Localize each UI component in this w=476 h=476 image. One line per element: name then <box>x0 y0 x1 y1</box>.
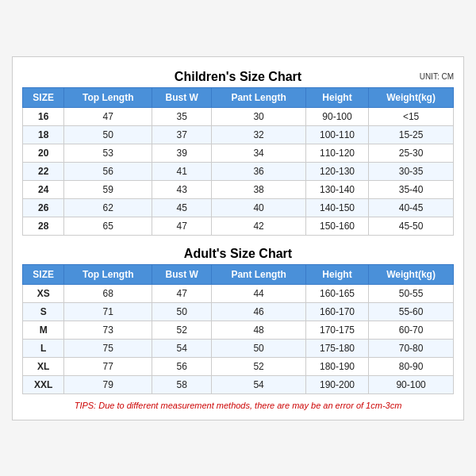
table-cell: 53 <box>64 144 152 162</box>
table-cell: 150-160 <box>305 217 368 235</box>
table-cell: 44 <box>212 284 306 302</box>
children-title-text: Children's Size Chart <box>175 70 301 83</box>
children-thead: SIZE Top Length Bust W Pant Length Heigh… <box>23 87 454 107</box>
table-cell: 30-35 <box>369 162 454 180</box>
table-cell: 120-130 <box>305 162 368 180</box>
col-header-size-a: SIZE <box>23 264 64 284</box>
table-cell: 38 <box>212 180 306 198</box>
table-cell: 47 <box>64 107 152 125</box>
table-cell: 18 <box>23 125 64 144</box>
children-table: SIZE Top Length Bust W Pant Length Heigh… <box>22 87 454 236</box>
table-cell: 140-150 <box>305 198 368 217</box>
table-cell: 65 <box>64 217 152 235</box>
table-row: 26624540140-15040-45 <box>23 198 454 217</box>
tips-text: TIPS: Due to different measurement metho… <box>22 401 454 410</box>
table-row: 22564136120-13030-35 <box>23 162 454 180</box>
table-cell: 55-60 <box>369 302 454 321</box>
adults-header-row: SIZE Top Length Bust W Pant Length Heigh… <box>23 264 454 284</box>
adults-title: Adult's Size Chart <box>22 242 454 264</box>
table-cell: 59 <box>64 180 152 198</box>
table-row: XXL795854190-20090-100 <box>23 375 454 393</box>
table-cell: 41 <box>152 162 212 180</box>
children-title: Children's Size Chart UNIT: CM <box>22 65 454 87</box>
table-cell: 60-70 <box>369 321 454 339</box>
table-cell: 40-45 <box>369 198 454 217</box>
table-cell: 22 <box>23 162 64 180</box>
table-cell: 26 <box>23 198 64 217</box>
table-cell: 71 <box>64 302 152 321</box>
table-row: S715046160-17055-60 <box>23 302 454 321</box>
col-header-size-c: SIZE <box>23 87 64 107</box>
table-cell: 52 <box>212 357 306 375</box>
table-cell: 100-110 <box>305 125 368 144</box>
col-header-weight-a: Weight(kg) <box>369 264 454 284</box>
table-cell: 20 <box>23 144 64 162</box>
table-cell: 48 <box>212 321 306 339</box>
table-row: 1647353090-100<15 <box>23 107 454 125</box>
col-header-weight-c: Weight(kg) <box>369 87 454 107</box>
col-header-toplength-c: Top Length <box>64 87 152 107</box>
table-row: 24594338130-14035-40 <box>23 180 454 198</box>
adults-tbody: XS684744160-16550-55S715046160-17055-60M… <box>23 284 454 393</box>
col-header-bustw-c: Bust W <box>152 87 212 107</box>
table-row: XS684744160-16550-55 <box>23 284 454 302</box>
table-row: 18503732100-11015-25 <box>23 125 454 144</box>
table-cell: M <box>23 321 64 339</box>
col-header-height-c: Height <box>305 87 368 107</box>
adults-table: SIZE Top Length Bust W Pant Length Heigh… <box>22 264 454 394</box>
table-cell: 43 <box>152 180 212 198</box>
table-cell: 75 <box>64 339 152 357</box>
table-row: 28654742150-16045-50 <box>23 217 454 235</box>
children-header-row: SIZE Top Length Bust W Pant Length Heigh… <box>23 87 454 107</box>
table-cell: 160-165 <box>305 284 368 302</box>
table-cell: 110-120 <box>305 144 368 162</box>
table-cell: 50 <box>212 339 306 357</box>
table-cell: 56 <box>64 162 152 180</box>
table-cell: 35 <box>152 107 212 125</box>
table-cell: 180-190 <box>305 357 368 375</box>
adults-thead: SIZE Top Length Bust W Pant Length Heigh… <box>23 264 454 284</box>
table-cell: 45 <box>152 198 212 217</box>
table-cell: 79 <box>64 375 152 393</box>
table-cell: 50-55 <box>369 284 454 302</box>
table-cell: XXL <box>23 375 64 393</box>
table-row: 20533934110-12025-30 <box>23 144 454 162</box>
table-cell: 70-80 <box>369 339 454 357</box>
table-cell: S <box>23 302 64 321</box>
table-cell: 77 <box>64 357 152 375</box>
table-cell: 46 <box>212 302 306 321</box>
table-cell: 24 <box>23 180 64 198</box>
table-cell: 45-50 <box>369 217 454 235</box>
table-cell: 36 <box>212 162 306 180</box>
table-cell: 52 <box>152 321 212 339</box>
table-cell: L <box>23 339 64 357</box>
table-cell: 34 <box>212 144 306 162</box>
table-cell: 54 <box>212 375 306 393</box>
table-cell: XS <box>23 284 64 302</box>
table-cell: 58 <box>152 375 212 393</box>
table-cell: 56 <box>152 357 212 375</box>
table-cell: 40 <box>212 198 306 217</box>
table-row: M735248170-17560-70 <box>23 321 454 339</box>
table-cell: 42 <box>212 217 306 235</box>
table-cell: 54 <box>152 339 212 357</box>
table-cell: 35-40 <box>369 180 454 198</box>
children-tbody: 1647353090-100<1518503732100-11015-25205… <box>23 107 454 235</box>
table-cell: 39 <box>152 144 212 162</box>
col-header-pantlength-c: Pant Length <box>212 87 306 107</box>
table-cell: 37 <box>152 125 212 144</box>
table-cell: 90-100 <box>369 375 454 393</box>
table-cell: 80-90 <box>369 357 454 375</box>
table-cell: 130-140 <box>305 180 368 198</box>
table-cell: 25-30 <box>369 144 454 162</box>
table-cell: 50 <box>64 125 152 144</box>
table-cell: 50 <box>152 302 212 321</box>
table-cell: 90-100 <box>305 107 368 125</box>
table-cell: 160-170 <box>305 302 368 321</box>
col-header-toplength-a: Top Length <box>64 264 152 284</box>
table-cell: 190-200 <box>305 375 368 393</box>
table-cell: 30 <box>212 107 306 125</box>
col-header-pantlength-a: Pant Length <box>212 264 306 284</box>
table-cell: XL <box>23 357 64 375</box>
col-header-bustw-a: Bust W <box>152 264 212 284</box>
